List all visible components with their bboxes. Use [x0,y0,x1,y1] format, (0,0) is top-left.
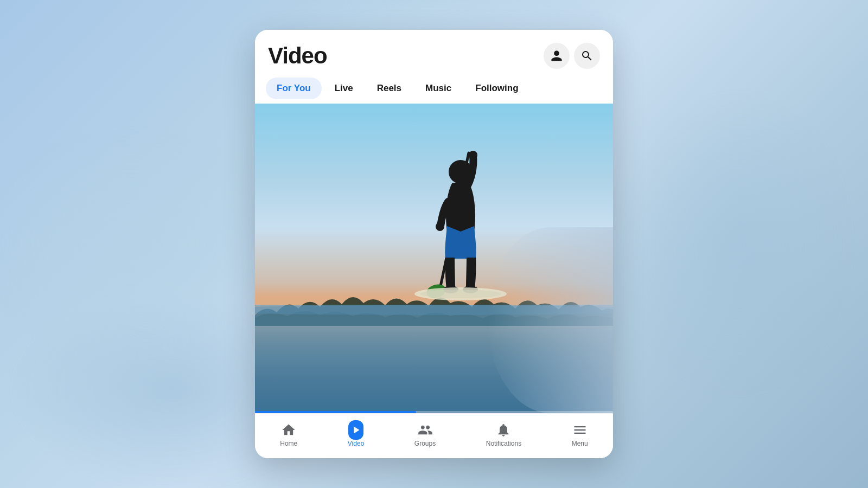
svg-point-4 [436,222,444,231]
profile-button[interactable] [544,43,570,69]
nav-item-video[interactable]: Video [339,420,373,450]
tabs-container: For You Live Reels Music Following [255,69,613,104]
tab-reels[interactable]: Reels [366,78,412,99]
video-area[interactable] [255,104,613,413]
nav-item-home[interactable]: Home [271,420,306,450]
home-icon [281,422,296,438]
header-actions [544,43,600,69]
bottom-nav: Home Video Groups [255,413,613,458]
nav-item-notifications[interactable]: Notifications [477,420,530,450]
groups-icon [418,422,433,438]
video-content [255,104,613,413]
wave-blur [488,227,613,413]
bell-icon [496,422,511,438]
nav-item-groups[interactable]: Groups [406,420,444,450]
tab-following[interactable]: Following [464,78,529,99]
video-icon-container [348,422,363,438]
menu-icon [572,422,588,438]
search-button[interactable] [574,43,600,69]
svg-point-3 [469,151,477,159]
tab-for-you[interactable]: For You [266,78,322,99]
progress-bar[interactable] [255,411,613,413]
person-icon [550,49,563,62]
play-icon [350,424,362,436]
tab-music[interactable]: Music [414,78,462,99]
progress-fill [255,411,416,413]
app-card: Video For You Live Reels Music Following [255,30,613,458]
nav-label-menu: Menu [572,440,588,447]
page-title: Video [268,43,327,69]
nav-label-notifications: Notifications [486,440,521,447]
search-icon [580,49,593,62]
nav-item-menu[interactable]: Menu [563,420,597,450]
video-icon-bg [348,420,363,440]
header: Video [255,30,613,69]
nav-label-video: Video [348,440,364,447]
nav-label-home: Home [280,440,297,447]
tab-live[interactable]: Live [324,78,364,99]
nav-label-groups: Groups [414,440,436,447]
